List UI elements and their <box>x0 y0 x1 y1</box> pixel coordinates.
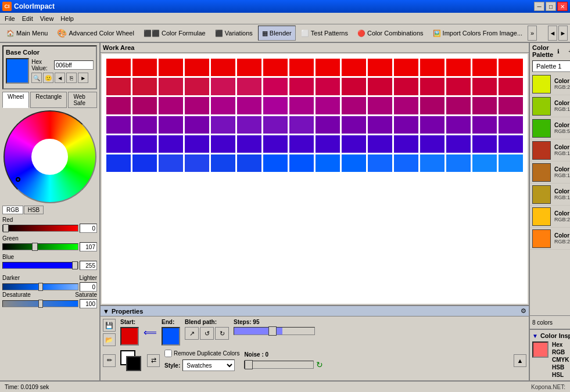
grid-cell[interactable] <box>289 59 314 76</box>
toolbar-advanced-color-wheel[interactable]: 🎨 Advanced Color Wheel <box>53 26 138 41</box>
grid-cell[interactable] <box>342 78 366 95</box>
grid-cell[interactable] <box>159 154 183 172</box>
grid-cell[interactable] <box>237 135 261 153</box>
grid-cell[interactable] <box>420 78 444 95</box>
grid-cell[interactable] <box>472 78 497 95</box>
remove-duplicates-checkbox[interactable] <box>164 350 172 357</box>
grid-cell[interactable] <box>185 78 209 95</box>
green-slider[interactable] <box>2 243 78 250</box>
grid-cell[interactable] <box>263 154 288 172</box>
grid-cell[interactable] <box>185 135 209 153</box>
palette-item-6[interactable]: Color 6 RGB:182,151,28 <box>530 184 570 206</box>
grid-cell[interactable] <box>394 135 418 153</box>
grid-cell[interactable] <box>420 135 444 153</box>
minimize-button[interactable]: ─ <box>534 2 544 11</box>
grid-cell[interactable] <box>368 135 392 153</box>
palette-dropdown[interactable]: Palette 1 <box>532 60 570 72</box>
menu-view[interactable]: View <box>37 14 58 23</box>
grid-cell[interactable] <box>185 116 209 134</box>
toolbar-nav-prev[interactable]: ◄ <box>548 26 557 41</box>
grid-cell[interactable] <box>420 116 444 134</box>
maximize-button[interactable]: □ <box>546 2 556 11</box>
blend-diagonal-button[interactable]: ↗ <box>185 327 199 340</box>
tab-rectangle[interactable]: Rectangle <box>30 92 67 108</box>
grid-cell[interactable] <box>237 154 261 172</box>
desat-sat-slider[interactable] <box>2 300 78 307</box>
style-select[interactable]: Swatches Gradient Circles Squares <box>182 359 235 371</box>
blue-slider[interactable] <box>2 262 78 269</box>
toolbar-color-formulae[interactable]: ⬛⬛ Color Formulae <box>139 26 210 41</box>
color-pair[interactable] <box>120 350 141 371</box>
tab-hsb[interactable]: HSB <box>24 206 44 214</box>
grid-cell[interactable] <box>211 135 235 153</box>
palette-info-button[interactable]: ℹ <box>553 46 564 56</box>
toolbar-test-patterns[interactable]: ⬜ Test Patterns <box>297 26 352 41</box>
grid-cell[interactable] <box>420 59 444 76</box>
save-button[interactable]: 💾 <box>103 319 116 332</box>
palette-item-2[interactable]: Color 2 RGB:146,203,0 <box>530 95 570 117</box>
grid-cell[interactable] <box>159 78 183 95</box>
tab-rgb[interactable]: RGB <box>2 206 23 214</box>
blue-value[interactable] <box>80 261 97 270</box>
refresh-button[interactable]: ↻ <box>316 360 323 369</box>
menu-file[interactable]: File <box>1 14 19 23</box>
grid-cell[interactable] <box>106 59 131 76</box>
grid-cell[interactable] <box>289 116 314 134</box>
grid-cell[interactable] <box>211 78 235 95</box>
grid-cell[interactable] <box>316 135 340 153</box>
grid-cell[interactable] <box>499 154 523 172</box>
red-slider[interactable] <box>2 225 78 232</box>
toolbar-variations[interactable]: ⬛ Variations <box>211 26 257 41</box>
close-button[interactable]: ✕ <box>557 2 568 11</box>
pencil-tool-button[interactable]: ✏ <box>103 354 116 367</box>
grid-cell[interactable] <box>499 59 523 76</box>
grid-cell[interactable] <box>263 135 288 153</box>
grid-cell[interactable] <box>472 135 497 153</box>
grid-cell[interactable] <box>159 97 183 114</box>
palette-item-1[interactable]: Color 1 RGB:220,240,0 <box>530 73 570 95</box>
toolbar-blender[interactable]: ▦ Blender <box>258 26 296 41</box>
grid-cell[interactable] <box>499 116 523 134</box>
toolbar-import-colors[interactable]: 🖼️ Import Colors From Image... <box>429 26 527 41</box>
desat-sat-value[interactable] <box>80 299 97 308</box>
grid-cell[interactable] <box>237 116 261 134</box>
grid-cell[interactable] <box>316 59 340 76</box>
red-value[interactable] <box>80 224 97 233</box>
grid-cell[interactable] <box>420 97 444 114</box>
grid-cell[interactable] <box>368 78 392 95</box>
grid-cell[interactable] <box>106 97 131 114</box>
grid-cell[interactable] <box>420 154 444 172</box>
menu-help[interactable]: Help <box>57 14 77 23</box>
palette-item-3[interactable]: Color 3 RGB:59,183,0 <box>530 117 570 139</box>
grid-cell[interactable] <box>211 59 235 76</box>
blend-ccw-button[interactable]: ↻ <box>215 327 229 340</box>
grid-cell[interactable] <box>132 97 157 114</box>
grid-cell[interactable] <box>289 78 314 95</box>
eyedropper-button[interactable]: 🔍 <box>31 73 42 83</box>
noise-slider[interactable] <box>244 361 314 369</box>
grid-cell[interactable] <box>499 97 523 114</box>
green-value[interactable] <box>80 242 97 251</box>
grid-cell[interactable] <box>394 97 418 114</box>
grid-cell[interactable] <box>394 59 418 76</box>
properties-arrow[interactable]: ▼ <box>103 308 109 315</box>
grid-cell[interactable] <box>106 78 131 95</box>
smile-button[interactable]: 🙂 <box>43 73 53 83</box>
back-arrow-button[interactable]: ◄ <box>55 73 65 83</box>
grid-cell[interactable] <box>132 116 157 134</box>
grid-cell[interactable] <box>263 116 288 134</box>
grid-cell[interactable] <box>368 116 392 134</box>
grid-cell[interactable] <box>446 59 471 76</box>
grid-cell[interactable] <box>446 78 471 95</box>
grid-cell[interactable] <box>316 97 340 114</box>
grid-cell[interactable] <box>159 59 183 76</box>
grid-cell[interactable] <box>132 154 157 172</box>
grid-cell[interactable] <box>211 154 235 172</box>
grid-cell[interactable] <box>159 116 183 134</box>
darker-lighter-slider[interactable] <box>2 283 78 290</box>
copy-button[interactable]: ⎘ <box>66 73 77 83</box>
blend-direction-arrow[interactable]: ⟸ <box>144 327 157 338</box>
toolbar-main-menu[interactable]: 🏠 Main Menu <box>2 26 52 41</box>
grid-cell[interactable] <box>446 97 471 114</box>
grid-cell[interactable] <box>394 154 418 172</box>
